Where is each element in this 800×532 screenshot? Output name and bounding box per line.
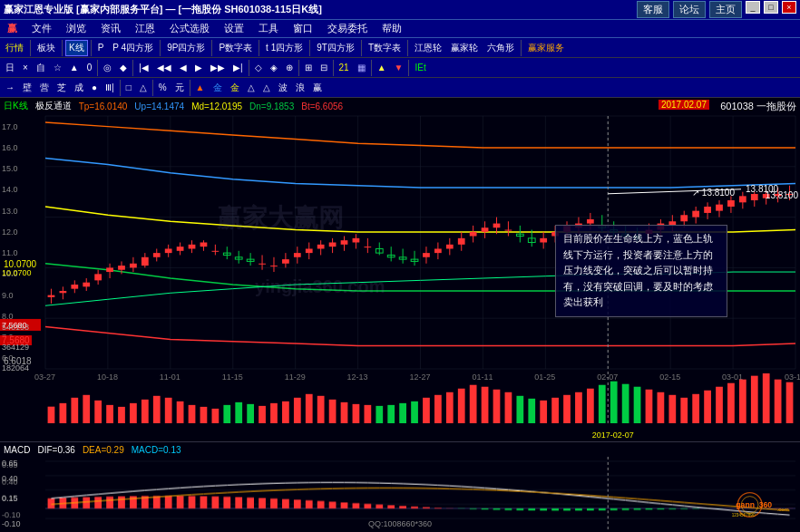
menu-tools[interactable]: 工具 <box>255 21 282 36</box>
tb-service[interactable]: 赢家服务 <box>524 40 568 56</box>
tb-diamond2[interactable]: ◇ <box>251 61 266 74</box>
tb-cross[interactable]: × <box>19 61 32 74</box>
tb-jianenlun[interactable]: 江恩轮 <box>411 40 445 56</box>
forum-button[interactable]: 论坛 <box>673 1 706 18</box>
sep9 <box>407 40 408 56</box>
tb-g2[interactable]: 金 <box>210 80 226 96</box>
tb-g8[interactable]: 赢 <box>309 80 326 96</box>
tb-g7[interactable]: 浪 <box>292 80 308 96</box>
sep22 <box>190 80 190 96</box>
tb-camp[interactable]: 营 <box>36 80 53 96</box>
param-up: Up=14.1474 <box>134 102 184 111</box>
tb-nav2[interactable]: ◀◀ <box>153 61 175 74</box>
tb-wall[interactable]: 壁 <box>19 80 35 96</box>
param-md: Md=12.0195 <box>191 102 242 111</box>
customer-service-button[interactable]: 客服 <box>637 1 669 18</box>
tb-triangle2[interactable]: △ <box>136 81 151 94</box>
chart-container: 日K线 极反通道 Tp=16.0140 Up=14.1474 Md=12.019… <box>0 98 800 532</box>
tb-triangle[interactable]: ▲ <box>66 61 83 74</box>
menu-browse[interactable]: 浏览 <box>63 21 90 36</box>
tb-n21[interactable]: 21 <box>336 61 353 74</box>
macd-area: MACD DIF=0.36 DEA=0.29 MACD=0.13 0.65 0.… <box>0 441 800 532</box>
tb-p4sq[interactable]: P 4四方形 <box>109 40 157 56</box>
indicator-name: 极反通道 <box>35 100 72 112</box>
tb-frac[interactable]: % <box>155 81 171 94</box>
tb-9p4sq[interactable]: 9P四方形 <box>163 40 209 56</box>
menu-jianen[interactable]: 江恩 <box>132 21 159 36</box>
tb-nav5[interactable]: ▶▶ <box>207 61 229 74</box>
price-current: 13.8100 <box>766 190 798 200</box>
tb-g6[interactable]: 波 <box>275 80 291 96</box>
macd-dif: DIF=0.36 <box>37 445 74 455</box>
tb-g1[interactable]: ▲ <box>192 81 209 94</box>
tb-hexagon[interactable]: 六角形 <box>483 40 518 56</box>
tb-cheng[interactable]: 成 <box>71 80 87 96</box>
sep10 <box>521 40 522 56</box>
tb-t1sq[interactable]: t 1四方形 <box>262 40 307 56</box>
tb-nav1[interactable]: |◀ <box>135 61 152 74</box>
tb-yinglun[interactable]: 赢家轮 <box>447 40 482 56</box>
vertical-line-date: 2017-02-07 <box>592 430 634 440</box>
price-mid: 10.0700 <box>4 259 36 269</box>
tb-zero[interactable]: 0 <box>83 61 96 74</box>
macd-y2: 0.40 <box>2 474 18 483</box>
menu-file[interactable]: 文件 <box>28 21 55 36</box>
tb-dot[interactable]: ● <box>88 81 101 94</box>
tb-g3[interactable]: 金 <box>227 80 243 96</box>
vol-label1: 546193 <box>2 323 29 332</box>
menu-ying[interactable]: 赢 <box>4 21 21 36</box>
tb-diamond3[interactable]: ◈ <box>267 61 281 74</box>
tb-bar[interactable]: Ⅲ| <box>102 81 118 94</box>
menu-help[interactable]: 帮助 <box>378 21 405 36</box>
minimize-button[interactable]: _ <box>746 1 760 14</box>
tb-p[interactable]: P <box>94 41 108 54</box>
macd-y1: 0.65 <box>2 459 18 468</box>
tb-signal2[interactable]: ▼ <box>391 61 407 74</box>
tb-quotes[interactable]: 行情 <box>2 40 27 56</box>
tb-zoom2[interactable]: ⊟ <box>317 61 331 74</box>
tb-board[interactable]: 板块 <box>34 40 59 56</box>
stock-name-display: 601038 一拖股份 <box>720 100 796 113</box>
tb-square-outline[interactable]: □ <box>122 81 135 94</box>
tb-nav3[interactable]: ◀ <box>176 61 190 74</box>
tb-star[interactable]: ☆ <box>50 61 65 74</box>
tb-pct2[interactable]: 元 <box>171 80 188 96</box>
tb-nav6[interactable]: ▶| <box>229 61 247 74</box>
svg-text:360: 360 <box>759 500 773 509</box>
tb-g5[interactable]: △ <box>259 81 274 94</box>
main-chart[interactable]: 日K线 极反通道 Tp=16.0140 Up=14.1474 Md=12.019… <box>0 98 800 441</box>
tb-g4[interactable]: △ <box>244 81 259 94</box>
tb-circle[interactable]: ◎ <box>100 61 115 74</box>
home-button[interactable]: 主页 <box>709 1 742 18</box>
tb-sesame[interactable]: 芝 <box>54 80 70 96</box>
menu-trade[interactable]: 交易委托 <box>324 21 371 36</box>
tb-diamond[interactable]: ◆ <box>116 61 131 74</box>
tb-auto[interactable]: 自 <box>33 60 49 76</box>
maximize-button[interactable]: □ <box>764 1 778 14</box>
sep3 <box>91 40 92 56</box>
tb-zoom1[interactable]: ⊞ <box>301 61 316 74</box>
tb-tnum[interactable]: T数字表 <box>365 40 405 56</box>
sep14 <box>298 60 299 76</box>
menu-settings[interactable]: 设置 <box>220 21 248 36</box>
tb-nav4[interactable]: ▶ <box>191 61 206 74</box>
tb-signal1[interactable]: ▲ <box>374 61 390 74</box>
menu-bar: 赢 文件 浏览 资讯 江恩 公式选股 设置 工具 窗口 交易委托 帮助 <box>0 20 800 38</box>
sep12 <box>132 60 133 76</box>
tb-plus[interactable]: ⊕ <box>282 61 297 74</box>
tb-chart-type[interactable]: ▦ <box>354 61 369 74</box>
tb-iet[interactable]: IEt <box>411 61 429 74</box>
tb-pnum[interactable]: P数字表 <box>215 40 256 56</box>
menu-formula[interactable]: 公式选股 <box>166 21 213 36</box>
tb-9t4sq[interactable]: 9T四方形 <box>313 40 358 56</box>
menu-window[interactable]: 窗口 <box>289 21 317 36</box>
close-button[interactable]: × <box>782 1 796 14</box>
sep5 <box>211 40 212 56</box>
tb-day[interactable]: 日 <box>2 60 18 76</box>
menu-info[interactable]: 资讯 <box>97 21 124 36</box>
tb-kline[interactable]: K线 <box>65 40 88 56</box>
macd-header: MACD DIF=0.36 DEA=0.29 MACD=0.13 <box>0 442 800 457</box>
sep17 <box>408 60 409 76</box>
gann360-logo: gann 360 .com 1234567890 <box>717 487 789 523</box>
tb-arrow[interactable]: → <box>2 81 18 94</box>
